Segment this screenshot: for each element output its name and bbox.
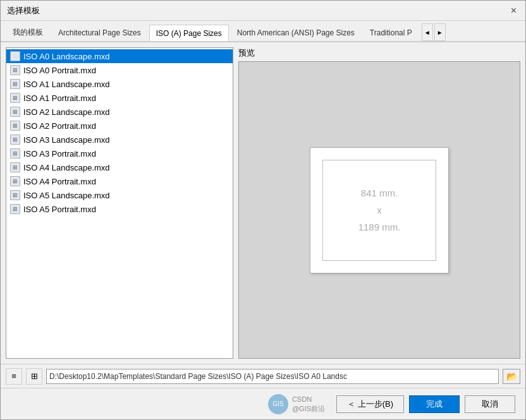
watermark-line1: CSDN bbox=[292, 395, 325, 404]
preview-size-x: x bbox=[377, 205, 382, 215]
file-name: ISO A0 Landscape.mxd bbox=[23, 52, 110, 61]
tab-architectural[interactable]: Architectural Page Sizes bbox=[51, 23, 148, 41]
file-icon bbox=[10, 176, 20, 186]
path-input[interactable] bbox=[46, 369, 499, 384]
file-list-item[interactable]: ISO A1 Landscape.mxd bbox=[6, 77, 233, 91]
tab-my-templates[interactable]: 我的模板 bbox=[6, 23, 50, 41]
view-grid-button[interactable]: ⊞ bbox=[26, 368, 42, 385]
preview-area: 841 mm. x 1189 mm. bbox=[238, 61, 520, 359]
file-name: ISO A4 Portrait.mxd bbox=[23, 177, 96, 186]
file-list-item[interactable]: ISO A5 Landscape.mxd bbox=[6, 188, 233, 202]
preview-size: 841 mm. x 1189 mm. bbox=[358, 184, 401, 236]
file-list-item[interactable]: ISO A3 Portrait.mxd bbox=[6, 147, 233, 160]
tab-scroll-left-button[interactable]: ◄ bbox=[422, 23, 433, 41]
preview-size-line2: 1189 mm. bbox=[358, 222, 401, 232]
file-icon bbox=[10, 65, 20, 75]
file-icon bbox=[10, 107, 20, 117]
preview-paper: 841 mm. x 1189 mm. bbox=[310, 147, 449, 273]
file-icon bbox=[10, 51, 20, 61]
file-name: ISO A4 Landscape.mxd bbox=[23, 163, 110, 172]
file-icon bbox=[10, 204, 20, 214]
file-name: ISO A1 Landscape.mxd bbox=[23, 80, 110, 89]
cancel-button[interactable]: 取消 bbox=[465, 395, 515, 413]
tab-bar: 我的模板 Architectural Page Sizes ISO (A) Pa… bbox=[1, 21, 525, 42]
preview-size-line1: 841 mm. bbox=[361, 188, 398, 198]
file-name: ISO A2 Landscape.mxd bbox=[23, 107, 110, 117]
file-name: ISO A1 Portrait.mxd bbox=[23, 93, 96, 103]
watermark: GIS CSDN @GIS前沿 bbox=[268, 394, 325, 414]
file-list-item[interactable]: ISO A1 Portrait.mxd bbox=[6, 91, 233, 105]
file-list: ISO A0 Landscape.mxdISO A0 Portrait.mxdI… bbox=[6, 48, 233, 358]
view-list-button[interactable]: ≡ bbox=[6, 368, 22, 385]
file-icon bbox=[10, 135, 20, 145]
file-name: ISO A3 Landscape.mxd bbox=[23, 135, 110, 145]
file-list-item[interactable]: ISO A0 Landscape.mxd bbox=[6, 49, 233, 63]
file-icon bbox=[10, 148, 20, 159]
file-list-item[interactable]: ISO A5 Portrait.mxd bbox=[6, 202, 233, 216]
preview-inner: 841 mm. x 1189 mm. bbox=[322, 160, 436, 261]
preview-label: 预览 bbox=[238, 47, 520, 59]
folder-icon: 📂 bbox=[506, 371, 517, 381]
file-list-panel: ISO A0 Landscape.mxdISO A0 Portrait.mxdI… bbox=[6, 47, 233, 359]
file-list-item[interactable]: ISO A4 Portrait.mxd bbox=[6, 174, 233, 188]
file-name: ISO A5 Portrait.mxd bbox=[23, 205, 96, 214]
close-button[interactable]: × bbox=[508, 6, 519, 16]
dialog-window: 选择模板 × 我的模板 Architectural Page Sizes ISO… bbox=[0, 0, 526, 420]
file-name: ISO A5 Landscape.mxd bbox=[23, 191, 110, 200]
title-bar: 选择模板 × bbox=[1, 1, 525, 21]
file-icon bbox=[10, 79, 20, 89]
file-list-item[interactable]: ISO A2 Landscape.mxd bbox=[6, 105, 233, 119]
file-list-item[interactable]: ISO A4 Landscape.mxd bbox=[6, 160, 233, 174]
tab-north-american[interactable]: North American (ANSI) Page Sizes bbox=[230, 23, 362, 41]
file-icon bbox=[10, 190, 20, 200]
tab-iso-a[interactable]: ISO (A) Page Sizes bbox=[149, 25, 229, 42]
dialog-title: 选择模板 bbox=[7, 5, 40, 16]
file-list-item[interactable]: ISO A0 Portrait.mxd bbox=[6, 63, 233, 77]
file-icon bbox=[10, 121, 20, 131]
finish-button[interactable]: 完成 bbox=[409, 395, 460, 413]
content-area: ISO A0 Landscape.mxdISO A0 Portrait.mxdI… bbox=[1, 42, 525, 364]
file-icon bbox=[10, 93, 20, 103]
tab-traditional[interactable]: Traditional P bbox=[363, 23, 419, 41]
file-name: ISO A3 Portrait.mxd bbox=[23, 149, 96, 159]
watermark-line2: @GIS前沿 bbox=[292, 404, 325, 413]
file-icon bbox=[10, 162, 20, 172]
watermark-text: CSDN @GIS前沿 bbox=[292, 395, 325, 413]
file-name: ISO A2 Portrait.mxd bbox=[23, 121, 96, 131]
file-name: ISO A0 Portrait.mxd bbox=[23, 66, 96, 75]
browse-folder-button[interactable]: 📂 bbox=[503, 369, 520, 384]
file-list-item[interactable]: ISO A2 Portrait.mxd bbox=[6, 119, 233, 133]
tab-scroll-right-button[interactable]: ► bbox=[434, 23, 446, 41]
watermark-avatar: GIS bbox=[268, 394, 288, 414]
back-button[interactable]: ＜ 上一步(B) bbox=[336, 395, 404, 413]
footer-bar: GIS CSDN @GIS前沿 ＜ 上一步(B) 完成 取消 bbox=[1, 388, 525, 419]
watermark-initials: GIS bbox=[272, 400, 283, 407]
file-list-item[interactable]: ISO A3 Landscape.mxd bbox=[6, 133, 233, 147]
bottom-toolbar: ≡ ⊞ 📂 bbox=[1, 364, 525, 388]
preview-panel: 预览 841 mm. x 1189 mm. bbox=[238, 47, 520, 359]
